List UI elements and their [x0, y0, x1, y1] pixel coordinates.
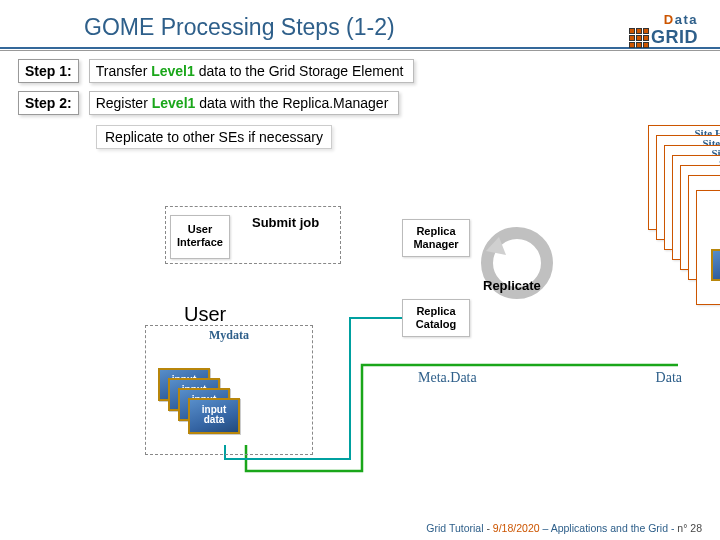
- input-card-front: input data: [188, 398, 240, 434]
- replica-catalog-box: Replica Catalog: [402, 299, 470, 337]
- ce-box: CE: [711, 249, 720, 281]
- step-2-desc: Register Level1 data with the Replica.Ma…: [89, 91, 400, 115]
- footer-topic: Applications and the Grid: [551, 522, 668, 534]
- submit-job-label: Submit job: [252, 215, 319, 230]
- site-b: Site B CE SE: [696, 190, 720, 305]
- footer-date: 9/18/2020: [493, 522, 540, 534]
- divider: [0, 50, 720, 51]
- metadata-label: Meta.Data: [418, 370, 477, 386]
- user-label: User: [184, 303, 226, 326]
- svg-marker-1: [486, 237, 506, 255]
- page-title: GOME Processing Steps (1-2): [84, 14, 720, 41]
- connector-lines: [0, 155, 720, 495]
- step-1: Step 1: Transfer Level1 data to the Grid…: [18, 59, 720, 83]
- footer: Grid Tutorial - 9/18/2020 – Applications…: [426, 522, 702, 534]
- divider: [0, 47, 720, 49]
- replicate-note: Replicate to other SEs if necessary: [96, 125, 332, 149]
- replica-manager-box: Replica Manager: [402, 219, 470, 257]
- data-label: Data: [656, 370, 682, 386]
- footer-page: n° 28: [677, 522, 702, 534]
- input-data-stack: input input input input data: [158, 368, 268, 448]
- user-interface-box: User Interface: [170, 215, 230, 259]
- mydata-label: Mydata: [146, 326, 312, 343]
- diagram-canvas: Submit job User Interface User Mydata in…: [0, 155, 720, 495]
- site-b-title: Site B: [697, 191, 720, 209]
- step-1-label: Step 1:: [18, 59, 79, 83]
- step-2: Step 2: Register Level1 data with the Re…: [18, 91, 720, 115]
- step-1-desc: Transfer Level1 data to the Grid Storage…: [89, 59, 415, 83]
- replicate-label: Replicate: [483, 278, 541, 293]
- footer-tutorial: Grid Tutorial: [426, 522, 483, 534]
- step-2-label: Step 2:: [18, 91, 79, 115]
